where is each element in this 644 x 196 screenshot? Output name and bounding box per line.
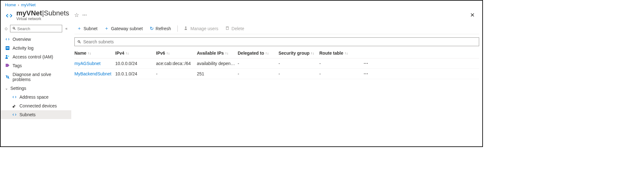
delete-icon xyxy=(225,26,230,31)
access-control-icon xyxy=(5,54,10,59)
toolbar-label: Gateway subnet xyxy=(111,26,143,31)
cell-delegated: - xyxy=(238,61,279,66)
search-subnets[interactable]: 🔍︎ xyxy=(74,37,479,46)
vnet-icon xyxy=(5,12,13,20)
row-more-icon[interactable]: ··· xyxy=(360,61,370,66)
close-button[interactable]: ✕ xyxy=(467,10,478,20)
add-subnet-button[interactable]: ＋ Subnet xyxy=(76,25,99,32)
sidebar-item-label: Subnets xyxy=(19,112,35,117)
sort-icon: ↑↓ xyxy=(311,51,314,55)
toolbar-label: Subnet xyxy=(84,26,97,31)
sidebar-item-label: Diagnose and solve problems xyxy=(13,72,68,82)
sidebar-search-input[interactable] xyxy=(17,26,60,31)
plus-icon: ＋ xyxy=(104,25,109,31)
subnet-name-link[interactable]: MyBackendSubnet xyxy=(74,71,115,76)
search-icon: 🔍︎ xyxy=(12,26,16,31)
sidebar-item-overview[interactable]: Overview xyxy=(1,35,71,44)
cell-route: - xyxy=(319,61,360,66)
sidebar-item-address-space[interactable]: Address space xyxy=(1,93,71,101)
svg-rect-3 xyxy=(6,48,9,49)
svg-point-0 xyxy=(8,15,9,16)
sidebar-item-activity-log[interactable]: Activity log xyxy=(1,44,71,52)
table-row[interactable]: MyBackendSubnet 10.0.1.0/24 - 251 - - - … xyxy=(74,69,479,79)
breadcrumb-current[interactable]: myVNet xyxy=(21,3,35,7)
cell-available: 251 xyxy=(197,71,238,76)
sidebar-group-settings[interactable]: ⌄ Settings xyxy=(1,84,71,93)
cell-ipv6: ace:cab:deca::/64 xyxy=(156,61,197,66)
col-label: Name xyxy=(74,51,86,56)
page-title: myVNet | Subnets xyxy=(16,9,69,17)
tags-icon xyxy=(5,63,10,68)
main-content: ＋ Subnet ＋ Gateway subnet ↻ Refresh Mana… xyxy=(71,23,482,147)
sort-icon: ↑↓ xyxy=(225,51,229,55)
activity-log-icon xyxy=(5,46,10,51)
svg-point-8 xyxy=(185,26,187,28)
subnets-table: Name↑↓ IPv4↑↓ IPv6↑↓ Available IPs↑↓ Del… xyxy=(74,48,479,79)
toolbar-separator xyxy=(177,25,178,32)
sidebar-resize-icon[interactable]: ◇ xyxy=(4,26,8,31)
chevron-down-icon: ⌄ xyxy=(5,86,8,90)
subnet-name-link[interactable]: myAGSubnet xyxy=(74,61,115,66)
row-more-icon[interactable]: ··· xyxy=(360,71,370,76)
breadcrumb-home[interactable]: Home xyxy=(5,3,16,7)
sort-icon: ↑↓ xyxy=(126,51,129,55)
title-resource: myVNet xyxy=(16,9,42,17)
svg-rect-10 xyxy=(226,27,229,27)
favorite-star-icon[interactable]: ☆ xyxy=(74,12,79,19)
cell-security: - xyxy=(279,61,319,66)
page-subtitle: Virtual network xyxy=(16,17,69,21)
connected-devices-icon xyxy=(12,103,17,108)
diagnose-icon xyxy=(5,74,10,79)
svg-rect-9 xyxy=(226,27,229,30)
col-security[interactable]: Security group↑↓ xyxy=(279,51,319,56)
sidebar-item-connected-devices[interactable]: Connected devices xyxy=(1,101,71,110)
col-name[interactable]: Name↑↓ xyxy=(74,51,115,56)
sidebar-search[interactable]: 🔍︎ xyxy=(10,25,62,32)
refresh-button[interactable]: ↻ Refresh xyxy=(149,25,172,32)
settings-group-label: Settings xyxy=(10,86,26,91)
cell-ipv4: 10.0.0.0/24 xyxy=(115,61,156,66)
toolbar-label: Manage users xyxy=(191,26,219,31)
refresh-icon: ↻ xyxy=(150,26,154,31)
sidebar-item-access-control[interactable]: Access control (IAM) xyxy=(1,52,71,61)
cell-security: - xyxy=(279,71,319,76)
table-header: Name↑↓ IPv4↑↓ IPv6↑↓ Available IPs↑↓ Del… xyxy=(74,48,479,58)
sidebar: ◇ 🔍︎ « Overview Activity log Access cont… xyxy=(1,23,71,147)
sidebar-collapse-icon[interactable]: « xyxy=(64,26,69,31)
sidebar-item-label: Activity log xyxy=(13,46,34,51)
breadcrumb: Home › myVNet xyxy=(1,1,482,8)
col-label: Route table xyxy=(319,51,343,56)
sidebar-item-label: Overview xyxy=(13,37,31,42)
sidebar-item-diagnose[interactable]: Diagnose and solve problems xyxy=(1,70,71,84)
sidebar-item-label: Connected devices xyxy=(19,103,57,108)
col-delegated[interactable]: Delegated to↑↓ xyxy=(238,51,279,56)
col-label: IPv4 xyxy=(115,51,124,56)
search-subnets-input[interactable] xyxy=(83,39,476,44)
sidebar-item-subnets[interactable]: Subnets xyxy=(1,110,71,119)
cell-ipv6: - xyxy=(156,71,197,76)
sidebar-item-tags[interactable]: Tags xyxy=(1,61,71,70)
svg-rect-2 xyxy=(6,47,9,48)
cell-route: - xyxy=(319,71,360,76)
col-available[interactable]: Available IPs↑↓ xyxy=(197,51,238,56)
sort-icon: ↑↓ xyxy=(344,51,348,55)
breadcrumb-sep-icon: › xyxy=(18,3,19,7)
col-route[interactable]: Route table↑↓ xyxy=(319,51,360,56)
sidebar-item-label: Address space xyxy=(19,95,49,100)
manage-users-button: Manage users xyxy=(183,25,220,32)
col-label: IPv6 xyxy=(156,51,165,56)
toolbar-label: Refresh xyxy=(156,26,171,31)
svg-point-4 xyxy=(6,55,8,57)
sort-icon: ↑↓ xyxy=(88,51,91,55)
col-ipv6[interactable]: IPv6↑↓ xyxy=(156,51,197,56)
svg-point-6 xyxy=(7,76,8,78)
add-gateway-subnet-button[interactable]: ＋ Gateway subnet xyxy=(103,25,144,32)
col-label: Security group xyxy=(279,51,310,56)
col-label: Available IPs xyxy=(197,51,224,56)
col-ipv4[interactable]: IPv4↑↓ xyxy=(115,51,156,56)
overview-icon xyxy=(5,37,10,42)
header-more-icon[interactable]: ··· xyxy=(82,13,87,18)
plus-icon: ＋ xyxy=(77,25,82,31)
table-row[interactable]: myAGSubnet 10.0.0.0/24 ace:cab:deca::/64… xyxy=(74,58,479,69)
sidebar-item-label: Tags xyxy=(13,63,22,68)
